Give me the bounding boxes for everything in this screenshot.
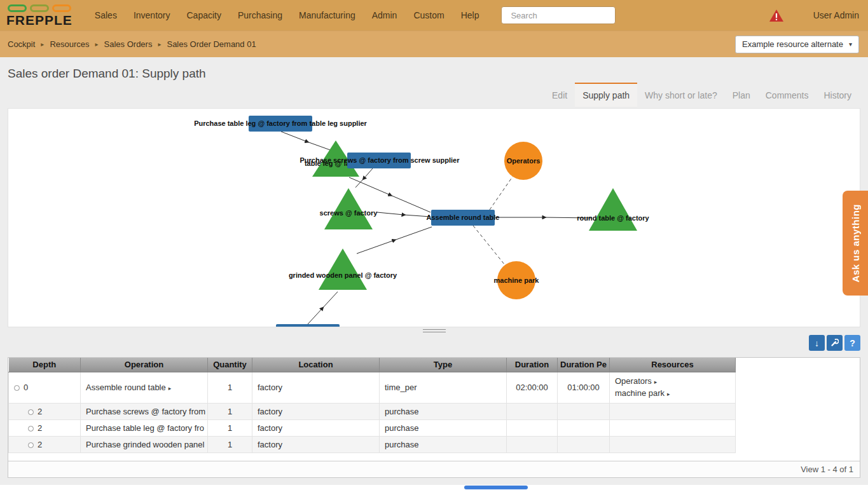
table-row[interactable]: 2 Purchase screws @ factory from 1 facto… xyxy=(9,403,736,419)
cell-location: factory xyxy=(252,419,380,436)
cell-duration-per xyxy=(558,403,610,419)
operation-label-assemble-round-table: Assemble round table xyxy=(427,214,500,221)
buffer-node-round-table[interactable] xyxy=(589,188,637,231)
user-menu[interactable]: User Admin xyxy=(813,10,859,20)
header-location[interactable]: Location xyxy=(252,358,380,372)
operation-link[interactable]: Purchase grinded wooden panel xyxy=(86,440,204,449)
graph-resize-handle[interactable] xyxy=(423,329,446,332)
cell-quantity: 1 xyxy=(208,403,252,419)
header-depth[interactable]: Depth xyxy=(9,358,81,372)
header-duration[interactable]: Duration xyxy=(507,358,558,372)
cell-depth: 0 xyxy=(9,372,81,403)
menu-item-capacity[interactable]: Capacity xyxy=(178,0,229,31)
main-menu: Sales Inventory Capacity Purchasing Manu… xyxy=(86,0,488,31)
edge-purchase-screws-to-buffer xyxy=(355,168,373,187)
customize-button[interactable] xyxy=(827,335,843,351)
horizontal-scrollbar-thumb[interactable] xyxy=(464,486,528,489)
node-circle-icon xyxy=(28,409,34,415)
menu-item-admin[interactable]: Admin xyxy=(364,0,406,31)
cell-duration-per: 01:00:00 xyxy=(558,372,610,403)
cell-type: purchase xyxy=(380,436,507,453)
frepple-logo[interactable]: FREPPLE xyxy=(6,3,72,27)
wrench-icon xyxy=(830,339,839,347)
download-icon: ↓ xyxy=(815,338,819,348)
buffer-label-grinded-panel: grinded wooden panel @ factory xyxy=(289,271,397,279)
tab-edit[interactable]: Edit xyxy=(544,83,575,107)
question-icon: ? xyxy=(850,338,855,348)
cell-quantity: 1 xyxy=(208,436,252,453)
tab-why-short-or-late[interactable]: Why short or late? xyxy=(637,83,725,107)
menu-item-purchasing[interactable]: Purchasing xyxy=(230,0,291,31)
edge-assemble-to-machinepark xyxy=(473,226,505,265)
breadcrumb-sales-orders[interactable]: Sales Orders xyxy=(104,39,153,49)
download-button[interactable]: ↓ xyxy=(809,335,825,351)
cell-type: purchase xyxy=(380,419,507,436)
cell-operation: Purchase grinded wooden panel xyxy=(81,436,208,453)
search-input[interactable] xyxy=(511,11,623,20)
grid-toolbar: ↓ ? xyxy=(0,335,860,351)
node-circle-icon xyxy=(14,385,20,391)
header-quantity[interactable]: Quantity xyxy=(208,358,252,372)
resource-view-selector[interactable]: Example resource alternate ▾ xyxy=(735,36,859,53)
topnav-right-group: User Admin xyxy=(769,9,859,22)
operation-label-purchase-table-leg: Purchase table leg @ factory from table … xyxy=(194,119,367,127)
resource-link[interactable]: Operators▸ xyxy=(615,376,730,388)
grid-filler xyxy=(8,453,860,461)
resize-handle-icon xyxy=(423,332,446,332)
cell-duration: 02:00:00 xyxy=(507,372,558,403)
operation-link[interactable]: Purchase screws @ factory from xyxy=(86,407,205,416)
table-row[interactable]: 2 Purchase table leg @ factory fro 1 fac… xyxy=(9,419,736,436)
header-type[interactable]: Type xyxy=(380,358,507,372)
menu-item-custom[interactable]: Custom xyxy=(405,0,452,31)
buffer-node-grinded-panel[interactable] xyxy=(319,248,367,290)
menu-item-help[interactable]: Help xyxy=(453,0,488,31)
top-navigation: FREPPLE Sales Inventory Capacity Purchas… xyxy=(0,0,868,31)
menu-item-inventory[interactable]: Inventory xyxy=(125,0,179,31)
table-row[interactable]: 2 Purchase grinded wooden panel 1 factor… xyxy=(9,436,736,453)
operation-link[interactable]: Assemble round table xyxy=(86,383,166,392)
edge-purchase-tableleg-to-buffer xyxy=(281,132,332,151)
resource-label-operators: Operators xyxy=(507,157,541,165)
operation-link[interactable]: Purchase table leg @ factory fro xyxy=(86,423,204,433)
tab-plan[interactable]: Plan xyxy=(725,83,758,107)
search-box[interactable] xyxy=(501,6,616,24)
buffer-label-screws: screws @ factory xyxy=(320,209,378,217)
cell-depth: 2 xyxy=(9,436,81,453)
tab-comments[interactable]: Comments xyxy=(758,83,816,107)
menu-item-manufacturing[interactable]: Manufacturing xyxy=(291,0,364,31)
header-operation[interactable]: Operation xyxy=(81,358,208,372)
buffer-label-round-table: round table @ factory xyxy=(577,214,649,222)
cell-type: purchase xyxy=(380,403,507,419)
header-resources[interactable]: Resources xyxy=(610,358,736,372)
table-row[interactable]: 0 Assemble round table▸ 1 factory time_p… xyxy=(9,372,736,403)
tab-history[interactable]: History xyxy=(816,83,859,107)
tab-bar: Edit Supply path Why short or late? Plan… xyxy=(0,83,859,107)
cell-depth: 2 xyxy=(9,403,81,419)
ask-us-anything-label: Ask us anything xyxy=(850,204,861,282)
resource-link[interactable]: machine park▸ xyxy=(615,388,730,400)
expand-caret-icon[interactable]: ▸ xyxy=(169,385,172,391)
menu-item-sales[interactable]: Sales xyxy=(86,0,125,31)
cell-duration xyxy=(507,436,558,453)
help-button[interactable]: ? xyxy=(844,335,860,351)
cell-location: factory xyxy=(252,372,380,403)
cell-quantity: 1 xyxy=(208,372,252,403)
warning-icon[interactable] xyxy=(769,9,784,22)
chevron-down-icon: ▾ xyxy=(849,41,852,48)
node-circle-icon xyxy=(28,426,34,432)
cell-location: factory xyxy=(252,403,380,419)
cell-duration xyxy=(507,403,558,419)
supply-path-graph: table leg @ factory Purchase table leg @… xyxy=(8,108,860,327)
header-duration-per[interactable]: Duration Pe xyxy=(558,358,610,372)
ask-us-anything-tab[interactable]: Ask us anything xyxy=(843,191,868,296)
breadcrumb-separator-icon: ▸ xyxy=(41,41,44,48)
cell-resources: Operators▸ machine park▸ xyxy=(610,372,736,403)
breadcrumb-cockpit[interactable]: Cockpit xyxy=(8,39,35,49)
cell-duration xyxy=(507,419,558,436)
tab-supply-path[interactable]: Supply path xyxy=(575,83,637,107)
operation-node-purchase-panel[interactable] xyxy=(276,324,340,327)
edge-screws-to-assemble xyxy=(377,212,431,217)
edge-purchase-panel-to-buffer xyxy=(308,292,338,324)
breadcrumb-resources[interactable]: Resources xyxy=(50,39,89,49)
cell-depth: 2 xyxy=(9,419,81,436)
